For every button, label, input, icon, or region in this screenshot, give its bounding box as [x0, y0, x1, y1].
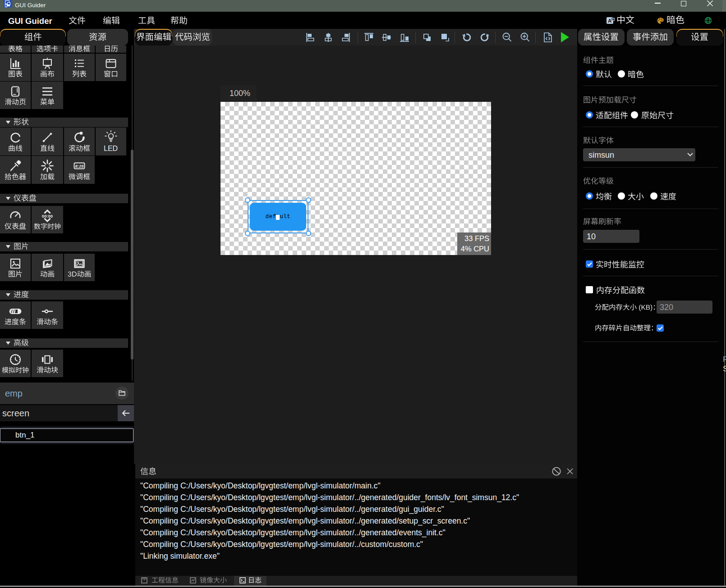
- svg-text:8:25: 8:25: [75, 164, 84, 169]
- svg-text:00:00: 00:00: [42, 214, 53, 219]
